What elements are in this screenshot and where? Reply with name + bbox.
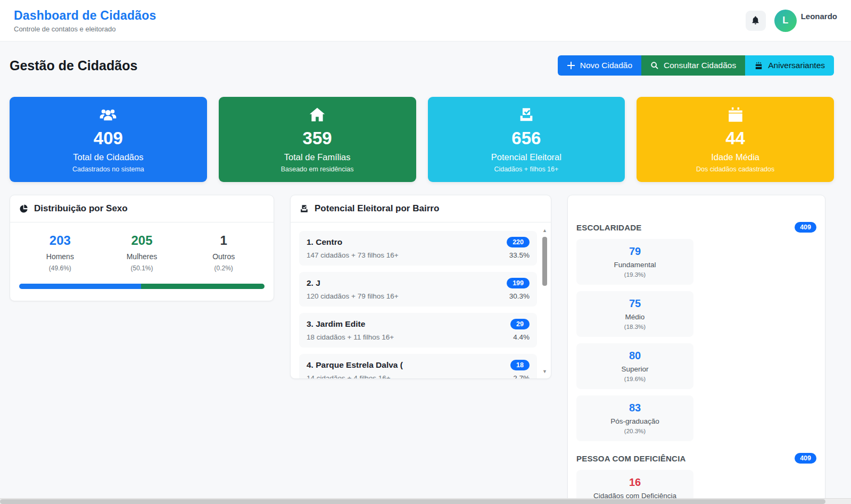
stat-value: 656 [511, 128, 541, 148]
sex-percent: (50.1%) [101, 265, 183, 272]
sex-stat-outros: 1 Outros (0.2%) [183, 233, 265, 272]
bairro-count-badge: 199 [507, 278, 530, 288]
scroll-up-arrow[interactable]: ▲ [542, 228, 547, 233]
bairro-count-badge: 29 [510, 319, 530, 329]
bairro-list-item: 2. J 199 120 cidadãos + 79 filhos 16+ 30… [299, 272, 537, 307]
box-value: 16 [581, 476, 689, 489]
sex-label: Homens [19, 252, 101, 261]
demographics-panel: ESCOLARIDADE 409 79 Fundamental (19.3%) … [567, 195, 825, 504]
bairro-percent: 30.3% [509, 292, 530, 300]
bairro-count-badge: 18 [510, 360, 530, 370]
top-header: Dashboard de Cidadãos Controle de contat… [0, 0, 851, 42]
sex-value: 205 [101, 233, 183, 248]
bairro-detail: 18 cidadãos + 11 filhos 16+ [307, 333, 394, 341]
new-citizen-label: Novo Cidadão [580, 61, 632, 70]
box-label: Superior [581, 365, 689, 373]
stat-value: 359 [303, 128, 332, 148]
horizontal-scrollbar-thumb[interactable] [0, 499, 825, 504]
stat-box-pos-graduacao: 83 Pós-graduação (20.3%) [576, 395, 693, 441]
stat-box-fundamental: 79 Fundamental (19.3%) [576, 239, 693, 285]
bar-segment-homens [19, 284, 141, 289]
bairro-percent: 2.7% [513, 374, 530, 378]
stat-sublabel: Dos cidadãos cadastrados [696, 166, 774, 173]
bairro-list-item: 3. Jardim Edite 29 18 cidadãos + 11 filh… [299, 313, 537, 348]
box-percent: (19.6%) [581, 376, 689, 382]
scrollbar-thumb[interactable] [542, 237, 547, 286]
bairro-detail: 147 cidadãos + 73 filhos 16+ [307, 251, 399, 259]
stat-card-total-cidadaos: 409 Total de Cidadãos Cadastrados no sis… [10, 97, 207, 182]
bar-segment-mulheres [141, 284, 265, 289]
page-title: Gestão de Cidadãos [10, 58, 137, 73]
user-menu[interactable]: L Leonardo [774, 10, 837, 32]
section-title-escolaridade: ESCOLARIDADE [576, 223, 641, 232]
bairro-list: 1. Centro 220 147 cidadãos + 73 filhos 1… [291, 222, 551, 378]
sex-card-title: Distribuição por Sexo [34, 203, 128, 214]
birthdays-label: Aniversariantes [768, 61, 825, 70]
scroll-down-arrow[interactable]: ▼ [542, 369, 547, 374]
sex-percent: (49.6%) [19, 265, 101, 272]
ballot-icon [517, 106, 536, 124]
bell-icon [750, 15, 761, 26]
ballot-box-icon [299, 204, 309, 214]
bairro-name: 1. Centro [307, 237, 342, 247]
box-value: 80 [581, 350, 689, 362]
bairro-list-item: 1. Centro 220 147 cidadãos + 73 filhos 1… [299, 231, 537, 266]
action-button-group: Novo Cidadão Consultar Cidadãos Aniversa… [558, 55, 834, 76]
stat-label: Potencial Eleitoral [491, 152, 561, 162]
cake-icon [754, 61, 763, 70]
sex-distribution-bar [19, 284, 265, 289]
avatar[interactable]: L [774, 10, 797, 32]
stat-sublabel: Cadastrados no sistema [72, 166, 144, 173]
consult-citizens-button[interactable]: Consultar Cidadãos [641, 55, 745, 76]
bairro-name: 2. J [307, 278, 320, 288]
house-icon [308, 106, 326, 124]
deficiencia-badge: 409 [795, 453, 816, 464]
stat-label: Idade Média [711, 152, 759, 162]
plus-icon [567, 61, 575, 70]
stat-box-superior: 80 Superior (19.6%) [576, 343, 693, 389]
stat-sublabel: Baseado em residências [281, 166, 354, 173]
sex-stat-homens: 203 Homens (49.6%) [19, 233, 101, 272]
bairro-detail: 120 cidadãos + 79 filhos 16+ [307, 292, 399, 300]
bairro-name: 4. Parque Estrela Dalva ( [307, 360, 403, 370]
users-icon [97, 106, 119, 124]
stat-label: Total de Famílias [284, 152, 351, 162]
bairro-name: 3. Jardim Edite [307, 319, 365, 329]
box-percent: (20.3%) [581, 428, 689, 434]
sex-percent: (0.2%) [183, 265, 265, 272]
new-citizen-button[interactable]: Novo Cidadão [558, 55, 641, 76]
stat-card-potencial-eleitoral: 656 Potencial Eleitoral Cidadãos + filho… [428, 97, 625, 182]
calendar-icon [726, 106, 745, 124]
stat-box-medio: 75 Médio (18.3%) [576, 291, 693, 337]
bairro-list-item: 4. Parque Estrela Dalva ( 18 14 cidadãos… [299, 354, 537, 378]
box-value: 79 [581, 245, 689, 258]
bairro-percent: 4.4% [513, 333, 530, 341]
consult-citizens-label: Consultar Cidadãos [664, 61, 736, 70]
sex-label: Outros [183, 252, 265, 261]
bairro-detail: 14 cidadãos + 4 filhos 16+ [307, 374, 391, 378]
stat-label: Total de Cidadãos [73, 152, 143, 162]
stat-value: 44 [725, 128, 745, 148]
bairro-count-badge: 220 [507, 237, 530, 247]
app-subtitle: Controle de contatos e eleitorado [14, 25, 156, 33]
sex-value: 203 [19, 233, 101, 248]
box-label: Fundamental [581, 261, 689, 269]
user-name: Leonardo [801, 12, 837, 21]
page-horizontal-scrollbar[interactable] [0, 498, 851, 504]
box-value: 83 [581, 402, 689, 414]
brand: Dashboard de Cidadãos Controle de contat… [14, 9, 156, 33]
sex-value: 1 [183, 233, 265, 248]
search-icon [650, 61, 659, 70]
escolaridade-badge: 409 [795, 222, 816, 233]
stat-card-idade-media: 44 Idade Média Dos cidadãos cadastrados [637, 97, 834, 182]
box-percent: (19.3%) [581, 271, 689, 278]
birthdays-button[interactable]: Aniversariantes [745, 55, 834, 76]
bairro-list-scrollbar[interactable]: ▲ ▼ [541, 228, 548, 374]
app-title: Dashboard de Cidadãos [14, 9, 156, 23]
electoral-by-neighborhood-card: Potencial Eleitoral por Bairro 1. Centro… [290, 195, 551, 379]
box-label: Pós-graduação [581, 417, 689, 425]
section-title-deficiencia: PESSOA COM DEFICIÊNCIA [576, 454, 686, 463]
notifications-button[interactable] [746, 11, 766, 31]
box-percent: (18.3%) [581, 324, 689, 330]
bairro-percent: 33.5% [509, 251, 530, 259]
